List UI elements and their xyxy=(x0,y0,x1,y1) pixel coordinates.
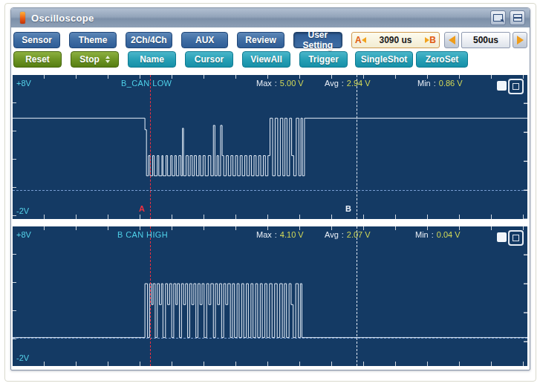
scale-top-label: +8V xyxy=(16,79,31,88)
min-readout: Min:0.86 V xyxy=(417,79,463,88)
zeroset-button[interactable]: ZeroSet xyxy=(416,51,468,68)
max-readout: Max:5.00 V xyxy=(256,79,304,88)
cursor-delta-readout: A 3090 us B xyxy=(351,32,440,48)
up-down-arrows-icon xyxy=(105,56,110,63)
timebase-control: 500us xyxy=(444,32,527,48)
cursor-a-line[interactable] xyxy=(150,226,151,366)
avg-readout: Avg:2.94 V xyxy=(325,79,371,88)
channel-2-waveform-canvas xyxy=(13,226,527,366)
avg-readout: Avg:2.07 V xyxy=(325,230,371,239)
timebase-increase-button[interactable] xyxy=(513,32,527,48)
cursor-delta-value: 3090 us xyxy=(366,35,426,45)
singleshot-button[interactable]: SingleShot xyxy=(355,51,413,68)
cursor-button[interactable]: Cursor xyxy=(185,51,233,68)
cursor-a-line[interactable] xyxy=(150,75,151,219)
left-arrow-icon xyxy=(449,36,455,45)
capture-icon xyxy=(493,14,503,22)
scale-bottom-label: -2V xyxy=(16,206,29,215)
toolbar-row-2: Reset Stop Name Cursor ViewAll Trigger S… xyxy=(13,51,527,68)
titlebar-buttons xyxy=(490,10,525,25)
timebase-decrease-button[interactable] xyxy=(444,32,459,48)
titlebar: Oscilloscope xyxy=(11,8,530,27)
review-button[interactable]: Review xyxy=(237,32,284,48)
zero-volt-line xyxy=(13,190,527,191)
inner-box-icon xyxy=(513,235,519,241)
channel-mode-button[interactable]: 2Ch/4Ch xyxy=(126,32,172,48)
channel-2-panel: +8V -2V B CAN HIGH Max:4.10 V Avg:2.07 V… xyxy=(13,226,527,366)
aux-button[interactable]: AUX xyxy=(181,32,228,48)
right-arrow-icon xyxy=(517,36,524,45)
channel-enable-checkbox[interactable] xyxy=(497,232,507,242)
cursor-b-line[interactable] xyxy=(357,75,357,219)
max-readout: Max:4.10 V xyxy=(256,230,304,239)
inner-box-icon xyxy=(513,83,519,90)
page: Oscilloscope Sensor Theme 2Ch/4Ch AUX Re… xyxy=(0,0,540,392)
user-setting-button[interactable]: User Setting xyxy=(293,32,342,48)
theme-button[interactable]: Theme xyxy=(69,32,116,48)
zero-volt-line xyxy=(13,338,527,339)
cursor-b-tag: B xyxy=(345,204,351,213)
tile-icon xyxy=(513,14,522,22)
screen-capture-button[interactable] xyxy=(490,10,506,25)
oscilloscope-window: Oscilloscope Sensor Theme 2Ch/4Ch AUX Re… xyxy=(10,7,530,370)
app-icon xyxy=(20,12,25,24)
scope-display: +8V -2V B_CAN LOW Max:5.00 V Avg:2.94 V … xyxy=(11,74,530,368)
cursor-a-label: A xyxy=(355,35,362,45)
sensor-button[interactable]: Sensor xyxy=(13,32,60,48)
timebase-value: 500us xyxy=(461,32,510,48)
channel-name: B CAN HIGH xyxy=(117,230,168,239)
split-view-button[interactable] xyxy=(510,10,525,25)
channel-enable-checkbox[interactable] xyxy=(497,81,507,91)
cursor-b-line[interactable] xyxy=(357,226,357,366)
channel-1-panel: +8V -2V B_CAN LOW Max:5.00 V Avg:2.94 V … xyxy=(13,75,527,219)
toolbar: Sensor Theme 2Ch/4Ch AUX Review User Set… xyxy=(11,27,530,74)
cursor-a-tag: A xyxy=(139,204,145,213)
reset-button[interactable]: Reset xyxy=(13,51,62,68)
trigger-button[interactable]: Trigger xyxy=(299,51,348,68)
channel-options-checkbox[interactable] xyxy=(508,230,524,246)
min-readout: Min:0.04 V xyxy=(415,230,461,239)
scale-top-label: +8V xyxy=(16,230,31,239)
channel-options-checkbox[interactable] xyxy=(508,79,524,94)
channel-name: B_CAN LOW xyxy=(121,79,172,88)
channel-1-waveform-canvas xyxy=(13,75,527,219)
scale-bottom-label: -2V xyxy=(16,353,29,362)
viewall-button[interactable]: ViewAll xyxy=(242,51,290,68)
toolbar-row-1: Sensor Theme 2Ch/4Ch AUX Review User Set… xyxy=(13,32,527,48)
panel-divider xyxy=(13,219,528,226)
cursor-b-label: B xyxy=(429,35,436,45)
window-title: Oscilloscope xyxy=(31,13,94,24)
name-button[interactable]: Name xyxy=(128,51,176,68)
stop-button[interactable]: Stop xyxy=(71,51,119,68)
